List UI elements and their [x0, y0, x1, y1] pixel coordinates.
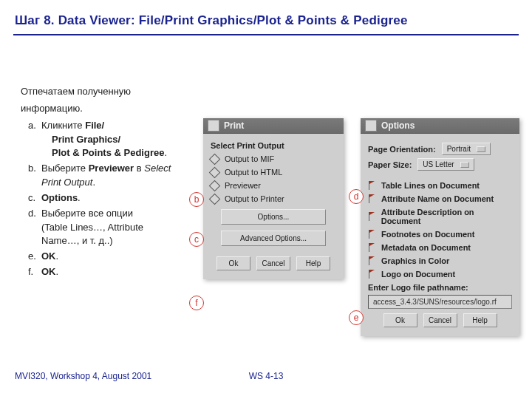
- flag-icon: [368, 243, 375, 252]
- print-title: Print: [224, 120, 244, 131]
- intro-line2: информацию.: [21, 102, 183, 116]
- flag-icon: [368, 256, 375, 265]
- print-ok-button[interactable]: Ok: [216, 256, 250, 270]
- step-b: b. Выберите Previewer в Select Print Out…: [21, 162, 183, 190]
- diamond-icon: [209, 180, 221, 191]
- options-title: Options: [381, 120, 415, 131]
- advanced-options-button[interactable]: Advanced Options...: [221, 231, 326, 246]
- options-button[interactable]: Options...: [221, 209, 326, 225]
- print-button-row: Ok Cancel Help: [211, 252, 336, 273]
- options-cancel-button[interactable]: Cancel: [423, 313, 457, 327]
- options-titlebar: Options: [361, 118, 519, 134]
- check-table-lines[interactable]: Table Lines on Document: [368, 181, 512, 190]
- diamond-icon: [209, 193, 221, 205]
- sysmenu-icon[interactable]: [365, 120, 377, 132]
- check-metadata[interactable]: Metadata on Document: [368, 243, 512, 252]
- radio-output-html[interactable]: Output to HTML: [211, 168, 336, 177]
- print-cancel-button[interactable]: Cancel: [256, 256, 290, 270]
- step-c: c. Options.: [21, 191, 183, 205]
- options-ok-button[interactable]: Ok: [383, 313, 417, 327]
- radio-output-mif[interactable]: Output to MIF: [211, 154, 336, 163]
- print-dialog: Print Select Print Output Output to MIF …: [203, 118, 344, 279]
- flag-icon: [368, 270, 375, 279]
- check-logo[interactable]: Logo on Document: [368, 270, 512, 279]
- diamond-icon: [209, 153, 221, 165]
- print-help-button[interactable]: Help: [296, 256, 330, 270]
- logo-path-label: Enter Logo file pathname:: [368, 283, 468, 292]
- page-title: Шаг 8. Data Viewer: File/Print Graphics/…: [15, 13, 408, 28]
- callout-d: d: [349, 189, 364, 204]
- diamond-icon: [209, 166, 221, 178]
- orientation-row: Page Orientation: Portrait: [368, 143, 512, 155]
- step-f: f. OK.: [21, 265, 183, 279]
- sysmenu-icon[interactable]: [208, 120, 219, 132]
- callout-f: f: [189, 296, 204, 310]
- print-titlebar: Print: [203, 118, 344, 134]
- flag-icon: [368, 181, 375, 190]
- radio-previewer[interactable]: Previewer: [211, 181, 336, 190]
- title-rule: [13, 34, 519, 35]
- step-e: e. OK.: [21, 250, 183, 264]
- intro-line1: Отпечатаем полученную: [21, 85, 183, 99]
- options-dialog: Options Page Orientation: Portrait Paper…: [361, 118, 519, 336]
- radio-output-printer[interactable]: Output to Printer: [211, 194, 336, 203]
- step-d: d. Выберите все опции (Table Lines…, Att…: [21, 207, 183, 249]
- callout-c: c: [189, 232, 204, 247]
- footer-center: WS 4-13: [0, 371, 532, 381]
- flag-icon: [368, 212, 375, 221]
- papersize-label: Paper Size:: [368, 160, 412, 169]
- check-footnotes[interactable]: Footnotes on Document: [368, 230, 512, 239]
- dropdown-icon: [460, 162, 469, 168]
- check-attr-name[interactable]: Attribute Name on Document: [368, 194, 512, 203]
- print-group-label: Select Print Output: [211, 141, 336, 150]
- step-a: a. Кликните File/ Print Graphics/ Plot &…: [21, 119, 183, 161]
- check-attr-desc[interactable]: Attribute Description on Document: [368, 208, 512, 225]
- papersize-select[interactable]: US Letter: [417, 158, 474, 171]
- dropdown-icon: [477, 146, 485, 152]
- flag-icon: [368, 194, 375, 203]
- options-help-button[interactable]: Help: [463, 313, 497, 327]
- instructions: Отпечатаем полученную информацию. a. Кли…: [21, 85, 183, 279]
- flag-icon: [368, 230, 375, 239]
- logo-path-input[interactable]: [368, 295, 512, 309]
- check-graphics-color[interactable]: Graphics in Color: [368, 256, 512, 265]
- callout-e: e: [349, 310, 364, 325]
- orientation-label: Page Orientation:: [368, 145, 436, 154]
- options-button-row: Ok Cancel Help: [368, 309, 512, 330]
- orientation-select[interactable]: Portrait: [442, 143, 491, 155]
- callout-b: b: [189, 192, 204, 207]
- papersize-row: Paper Size: US Letter: [368, 158, 512, 171]
